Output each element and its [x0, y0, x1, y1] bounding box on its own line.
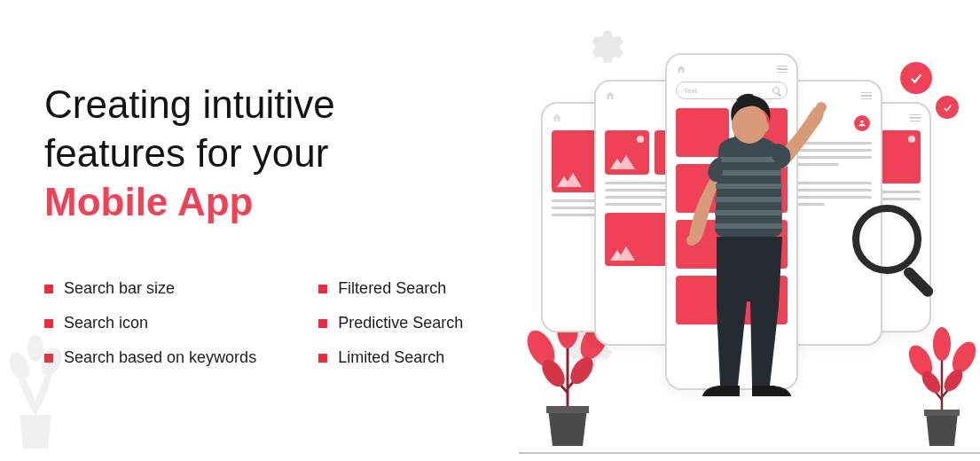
list-item: Limited Search — [318, 348, 463, 367]
svg-point-3 — [686, 235, 697, 246]
heading-accent: Mobile App — [44, 180, 253, 223]
svg-point-13 — [566, 353, 598, 387]
svg-point-17 — [933, 327, 951, 361]
svg-point-8 — [27, 335, 43, 362]
svg-rect-14 — [546, 406, 589, 413]
list-item-label: Search bar size — [64, 279, 175, 298]
feature-list-1: Search bar size Search icon Search based… — [44, 279, 256, 383]
feature-lists: Search bar size Search icon Search based… — [44, 279, 497, 383]
home-icon — [676, 64, 686, 74]
menu-icon — [910, 114, 921, 122]
list-item: Search icon — [44, 314, 256, 332]
feature-list-2: Filtered Search Predictive Search Limite… — [318, 279, 463, 383]
ground-line — [519, 452, 980, 454]
banner-container: Creating intuitive features for your Mob… — [0, 0, 980, 461]
list-item-label: Filtered Search — [338, 279, 446, 298]
list-item-label: Search icon — [64, 314, 148, 332]
svg-rect-1 — [902, 265, 936, 299]
list-item: Predictive Search — [318, 314, 463, 332]
gear-icon — [585, 22, 630, 66]
bullet-icon — [318, 285, 327, 293]
checkmark-badge-icon — [900, 62, 932, 94]
text-content: Creating intuitive features for your Mob… — [0, 0, 497, 461]
checkmark-badge-icon — [936, 96, 959, 119]
list-item: Search bar size — [44, 279, 256, 298]
list-item: Filtered Search — [318, 279, 463, 298]
menu-icon — [777, 66, 788, 74]
bullet-icon — [318, 354, 327, 363]
list-item-label: Predictive Search — [338, 314, 463, 332]
list-item: Search based on keywords — [44, 348, 256, 367]
list-item-label: Search based on keywords — [64, 348, 256, 367]
home-icon — [605, 90, 615, 101]
person-illustration — [665, 84, 834, 411]
avatar-icon — [854, 115, 870, 131]
magnifying-glass-icon — [847, 199, 953, 309]
bullet-icon — [44, 285, 53, 293]
heading-line-2: features for your — [44, 131, 328, 175]
menu-icon — [861, 92, 872, 100]
main-heading: Creating intuitive features for your Mob… — [44, 80, 497, 226]
svg-rect-20 — [924, 410, 960, 416]
list-item-label: Limited Search — [338, 348, 444, 367]
plant-decoration — [0, 317, 71, 454]
svg-point-0 — [856, 208, 918, 270]
heading-line-1: Creating intuitive — [44, 82, 335, 126]
home-icon — [552, 113, 562, 123]
svg-point-2 — [816, 102, 827, 113]
plant-decoration — [905, 313, 980, 454]
bullet-icon — [318, 319, 327, 328]
svg-point-16 — [947, 338, 980, 377]
svg-point-5 — [762, 121, 769, 132]
